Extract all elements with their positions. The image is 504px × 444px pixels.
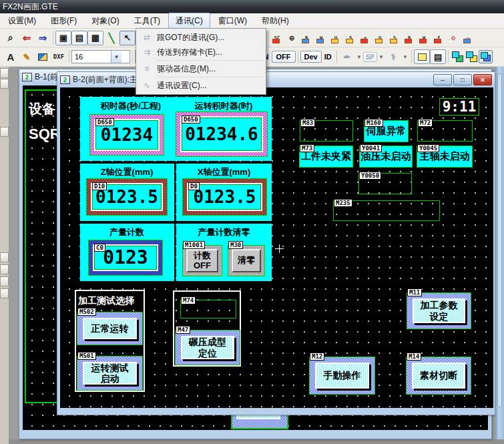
dxf-import-icon[interactable]: DXF [51, 49, 67, 64]
clock-display-icon[interactable]: ⊕ [284, 31, 299, 45]
chevron-down-icon[interactable]: ▼ [355, 54, 363, 60]
menu-communication[interactable]: 通讯(C) [168, 13, 210, 29]
menu-object[interactable]: 对象(O) [85, 13, 125, 29]
run-test-start-button[interactable]: M501 运转测试 启动 [77, 356, 143, 391]
m83-indicator-box[interactable]: M83 [300, 120, 353, 142]
count-off-button[interactable]: M1001 计数 OFF [182, 245, 222, 276]
screen-list-icon[interactable]: ▤ [71, 31, 87, 45]
normal-run-button[interactable]: M502 正常运转 [77, 312, 143, 345]
process-param-button[interactable]: M11 加工参数 设定 [407, 292, 471, 329]
parts-move-icon[interactable]: f [431, 31, 446, 45]
chevron-down-icon[interactable]: ▼ [377, 54, 385, 60]
spindle-alarm-indicator[interactable]: Y0045 主轴未启动 [417, 146, 473, 168]
lamp-area-icon[interactable]: S [343, 31, 358, 45]
m235-indicator-box[interactable]: M235 [333, 200, 440, 221]
fill-bucket-icon[interactable]: ⚕ [385, 49, 401, 64]
view-front-icon[interactable] [451, 50, 465, 63]
restore-button[interactable]: □ [453, 74, 472, 85]
window-b2[interactable]: 2 B-2(前面+背面):主 ─ □ ✕ 9:11 积时器(秒/工程) 运转积时… [57, 71, 495, 415]
roll-forming-position-button[interactable]: M47 碾压成型 定位 [175, 330, 240, 365]
pen-color-icon[interactable]: ✒ [339, 49, 355, 64]
zoom-icon[interactable]: ⌕ [3, 31, 19, 45]
menu-figure[interactable]: 图形(F) [44, 13, 83, 29]
menu-help[interactable]: 帮助(H) [255, 13, 296, 29]
word-lamp-icon[interactable]: U [372, 31, 387, 45]
b2-canvas[interactable]: 9:11 积时器(秒/工程) 运转积时器(时) D650 01234 D650 … [60, 87, 493, 408]
lamp-display-icon[interactable]: U [328, 31, 343, 45]
layers-icon[interactable]: ▦ [87, 31, 103, 45]
comment-display-w-icon[interactable]: W [314, 31, 328, 45]
left-tool-button[interactable] [0, 79, 9, 89]
text-tool-icon[interactable]: A [3, 49, 19, 64]
count-reset-panel[interactable]: 产量计数清零 M1001 计数 OFF M30 清零 [176, 224, 272, 281]
test-select-box[interactable]: 加工测试选择 M502 正常运转 M501 运转测试 启动 [75, 290, 145, 392]
menu-item-comm-settings[interactable]: ∿ 通讯设置(C)... [137, 78, 265, 93]
b1-text-device[interactable]: 设备 [29, 100, 55, 118]
view-front-back-icon[interactable] [465, 50, 479, 63]
left-tool-button[interactable] [0, 288, 9, 298]
z-axis-panel[interactable]: Z轴位置(mm) D10 0123.5 [80, 164, 174, 221]
left-tool-button[interactable] [0, 276, 9, 286]
panel-meter-icon[interactable]: ◇ [446, 31, 461, 45]
m72-indicator-box[interactable]: M72 [417, 120, 473, 142]
timer-display[interactable]: D650 01234 [89, 114, 164, 156]
clock-display[interactable]: 9:11 [439, 98, 479, 116]
paint-brush-icon[interactable]: ✎ [19, 49, 35, 64]
font-size-combobox[interactable]: 16 ▼ [71, 50, 130, 63]
x-axis-panel[interactable]: X轴位置(mm) D0 0123.5 [176, 164, 272, 221]
view-back-icon[interactable] [479, 50, 493, 63]
window-b2-titlebar[interactable]: 2 B-2(前面+背面):主 ─ □ ✕ [57, 72, 495, 87]
z-axis-display[interactable]: D10 0123.5 [86, 178, 168, 216]
ascii-input-icon[interactable]: SC [270, 31, 284, 45]
draw-line-icon[interactable]: ╲ [103, 31, 119, 45]
count-display[interactable]: C0 0123 [88, 240, 163, 276]
forward-arrow-icon[interactable]: ⇒ [35, 31, 51, 45]
window-list-icon[interactable]: ▤ [430, 49, 446, 64]
scrollbar-track[interactable] [497, 73, 502, 407]
id-button[interactable]: ID [322, 51, 334, 62]
screen-switch-icon[interactable]: ▣ [55, 31, 71, 45]
count-clear-button[interactable]: M30 清零 [228, 245, 265, 276]
minimize-button[interactable]: ─ [433, 74, 452, 85]
menu-item-drive-info[interactable]: ≡ 驱动器信息(M)... [137, 61, 265, 76]
comment-display-b-icon[interactable]: B [299, 31, 314, 45]
m74-indicator-box[interactable]: M74 [180, 300, 236, 318]
menu-tools[interactable]: 工具(T) [128, 13, 167, 29]
close-button[interactable]: ✕ [473, 74, 492, 85]
menu-item-transfer-memory-card[interactable]: ⇉ 传送到存储卡(E)... [137, 45, 265, 59]
touch-key-icon[interactable]: + [358, 31, 372, 45]
run-timer-display[interactable]: D650 01234.6 [176, 112, 268, 157]
state-off-button[interactable]: OFF [272, 51, 296, 63]
clamp-alarm-indicator[interactable]: M73 工件未夹紧 [299, 146, 353, 168]
sp-button[interactable]: SP [363, 52, 377, 62]
back-arrow-icon[interactable]: ⇐ [19, 31, 35, 45]
chevron-down-icon[interactable]: ▼ [111, 51, 121, 63]
word-comment-icon[interactable]: 5 [387, 31, 402, 45]
left-tool-button[interactable] [0, 252, 9, 262]
material-cut-button[interactable]: M14 素材切断 [406, 357, 471, 395]
hydraulic-alarm-indicator[interactable]: Y0041 油压未启动 [359, 146, 413, 168]
parts-display-b-icon[interactable]: B [402, 31, 417, 45]
y0050-indicator-box[interactable]: Y0050 [358, 173, 412, 194]
roll-forming-box[interactable]: M74 M47 碾压成型 定位 [173, 290, 241, 367]
chevron-down-icon[interactable]: ▼ [401, 54, 409, 60]
count-panel[interactable]: 产量计数 C0 0123 [80, 224, 174, 281]
image-tool-icon[interactable] [35, 49, 51, 64]
level-display-icon[interactable]: ▭ [461, 31, 475, 45]
menu-item-got-comm[interactable]: ⇄ 跟GOT的通讯(G)... [137, 30, 265, 45]
left-tool-button[interactable] [0, 264, 9, 274]
vertical-scrollbar[interactable] [495, 67, 504, 439]
manual-operation-button[interactable]: M12 手動操作 [309, 357, 375, 395]
timers-panel[interactable]: 积时器(秒/工程) 运转积时器(时) D650 01234 D650 01234… [80, 97, 272, 161]
b1-text-sqr[interactable]: SQR [29, 126, 61, 143]
menu-window[interactable]: 窗口(W) [212, 13, 254, 29]
menu-settings[interactable]: 设置(M) [1, 13, 43, 29]
select-cursor-icon[interactable]: ↖ [119, 31, 136, 45]
left-tool-button[interactable] [0, 68, 9, 78]
servo-alarm-indicator[interactable]: M160 伺服异常 [364, 120, 409, 142]
device-button[interactable]: Dev [300, 51, 322, 63]
x-axis-display[interactable]: D0 0123.5 [182, 178, 267, 216]
left-tool-button[interactable] [0, 127, 9, 137]
parts-display-w-icon[interactable]: W [417, 31, 431, 45]
window-preview-icon[interactable] [414, 49, 430, 64]
